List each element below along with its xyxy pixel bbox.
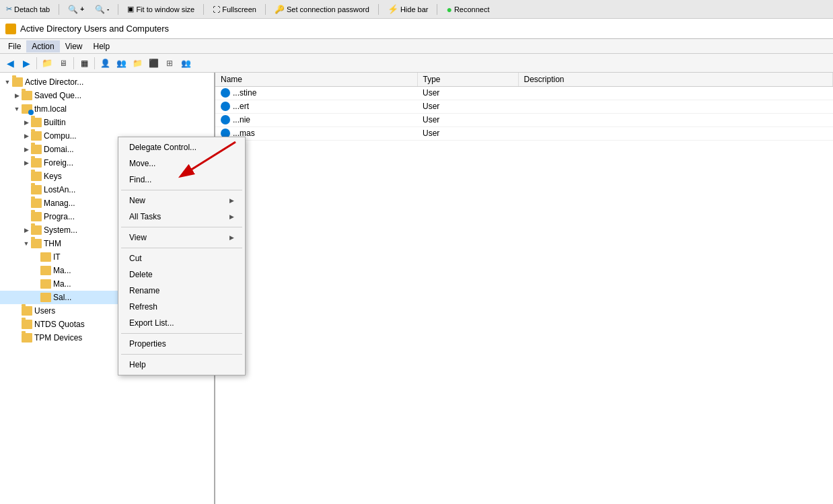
ctx-export[interactable]: Export List... [118, 315, 245, 331]
ctx-sep2 [121, 227, 242, 227]
tree-builtin[interactable]: ▶ Builtin [0, 116, 214, 129]
details-view-button[interactable]: ▦ [77, 56, 92, 71]
row-type: User [417, 113, 518, 127]
thm-expand[interactable]: ▼ [22, 240, 31, 247]
row-desc [518, 86, 833, 100]
advanced-icon: 👥 [181, 59, 191, 68]
root-expand[interactable]: ▼ [3, 79, 12, 85]
up-icon: 📁 [42, 58, 52, 68]
thm-local-expand[interactable]: ▼ [12, 106, 22, 112]
reconnect-button[interactable]: ● Reconnect [443, 3, 493, 16]
user-button[interactable]: 👤 [98, 56, 112, 71]
menu-help[interactable]: Help [88, 40, 116, 52]
details-icon: ▦ [81, 59, 88, 68]
toolbar-sep1 [36, 57, 37, 69]
group-button[interactable]: 📁 [130, 56, 145, 71]
fullscreen-label: Fullscreen [222, 5, 256, 13]
domain-expand[interactable]: ▶ [22, 146, 31, 153]
query-icon: ⊞ [166, 59, 173, 68]
advanced-button[interactable]: 👥 [178, 56, 193, 71]
zoom-out-icon: 🔍 [95, 5, 105, 14]
manage-icon [31, 199, 42, 208]
ctx-help[interactable]: Help [118, 357, 245, 373]
ctx-sep3 [121, 248, 242, 248]
table-row[interactable]: ...ert User [215, 100, 833, 113]
system-expand[interactable]: ▶ [22, 227, 31, 233]
back-button[interactable]: ◀ [3, 56, 17, 71]
management2-icon [40, 279, 51, 289]
col-name[interactable]: Name [215, 73, 417, 86]
sep6 [437, 4, 437, 15]
hide-bar-label: Hide bar [400, 5, 429, 13]
ctx-find-label: Find... [129, 175, 151, 184]
query-button[interactable]: ⊞ [162, 56, 177, 71]
fit-window-button[interactable]: ▣ Fit to window size [124, 3, 198, 15]
toolbar-sep2 [73, 57, 74, 69]
zoom-out-button[interactable]: 🔍 - [92, 3, 112, 15]
ctx-rename[interactable]: Rename [118, 283, 245, 299]
ctx-cut[interactable]: Cut [118, 250, 245, 266]
table-row[interactable]: ...stine User [215, 86, 833, 100]
set-password-button[interactable]: 🔑 Set connection password [271, 3, 373, 15]
ctx-properties[interactable]: Properties [118, 336, 245, 352]
tree-lostand-label: LostAn... [44, 185, 75, 194]
menu-file[interactable]: File [3, 40, 26, 52]
saved-queries-icon [22, 91, 32, 100]
up-button[interactable]: 📁 [40, 56, 55, 71]
ctx-find[interactable]: Find... [118, 172, 245, 188]
detach-tab-button[interactable]: ✂ Detach tab [3, 3, 53, 15]
fullscreen-button[interactable]: ⛶ Fullscreen [209, 4, 260, 15]
ctx-all-tasks-arrow: ▶ [229, 213, 234, 220]
computers-expand[interactable]: ▶ [22, 133, 31, 139]
menu-action[interactable]: Action [26, 40, 59, 52]
ctx-delete-label: Delete [129, 270, 153, 279]
ctx-move[interactable]: Move... [118, 155, 245, 172]
add-user-button[interactable]: 👥 [114, 56, 129, 71]
tree-foreign-label: Foreig... [44, 158, 73, 168]
ctx-all-tasks[interactable]: All Tasks ▶ [118, 209, 245, 225]
tree-saved-queries[interactable]: ▶ Saved Que... [0, 89, 214, 102]
foreign-expand[interactable]: ▶ [22, 159, 31, 166]
forward-button[interactable]: ▶ [19, 56, 34, 71]
show-console-button[interactable]: 🖥 [56, 56, 71, 71]
ctx-sep4 [121, 333, 242, 334]
ctx-cut-label: Cut [129, 254, 142, 263]
ctx-view[interactable]: View ▶ [118, 229, 245, 246]
ctx-export-label: Export List... [129, 318, 174, 328]
row-desc [518, 113, 833, 127]
tree-saved-queries-label: Saved Que... [34, 91, 81, 100]
zoom-in-icon: 🔍 [68, 5, 78, 14]
row-desc [518, 100, 833, 113]
filter-button[interactable]: ⬛ [146, 56, 161, 71]
tree-system-label: System... [44, 225, 77, 235]
filter-icon: ⬛ [149, 59, 159, 68]
tree-users-label: Users [34, 306, 55, 316]
tree-thm-label: THM [44, 239, 61, 248]
table-row[interactable]: ...nie User [215, 113, 833, 127]
ctx-sep5 [121, 354, 242, 355]
builtin-icon [31, 118, 42, 127]
fullscreen-icon: ⛶ [213, 5, 220, 13]
tree-root[interactable]: ▼ Active Director... [0, 75, 214, 89]
col-description[interactable]: Description [518, 73, 833, 86]
menu-view[interactable]: View [60, 40, 88, 52]
app-icon [5, 24, 16, 34]
menu-bar: File Action View Help [0, 39, 833, 54]
tree-thm-local[interactable]: ▼ thm.local [0, 102, 214, 116]
ctx-view-label: View [129, 233, 147, 242]
tree-management2-label: Ma... [53, 279, 71, 289]
tpm-icon [22, 333, 32, 343]
ctx-refresh[interactable]: Refresh [118, 299, 245, 315]
ctx-new[interactable]: New ▶ [118, 192, 245, 209]
col-type[interactable]: Type [417, 73, 518, 86]
hide-bar-button[interactable]: ⚡ Hide bar [384, 3, 432, 15]
table-row[interactable]: ...mas User [215, 127, 833, 140]
builtin-expand[interactable]: ▶ [22, 119, 31, 126]
root-folder-icon [12, 77, 23, 87]
toolbar-sep3 [94, 57, 95, 69]
ctx-delegate[interactable]: Delegate Control... [118, 139, 245, 155]
saved-queries-expand[interactable]: ▶ [12, 92, 22, 99]
ctx-delete[interactable]: Delete [118, 266, 245, 283]
tree-keys-label: Keys [44, 172, 62, 181]
zoom-in-button[interactable]: 🔍 + [65, 3, 87, 15]
